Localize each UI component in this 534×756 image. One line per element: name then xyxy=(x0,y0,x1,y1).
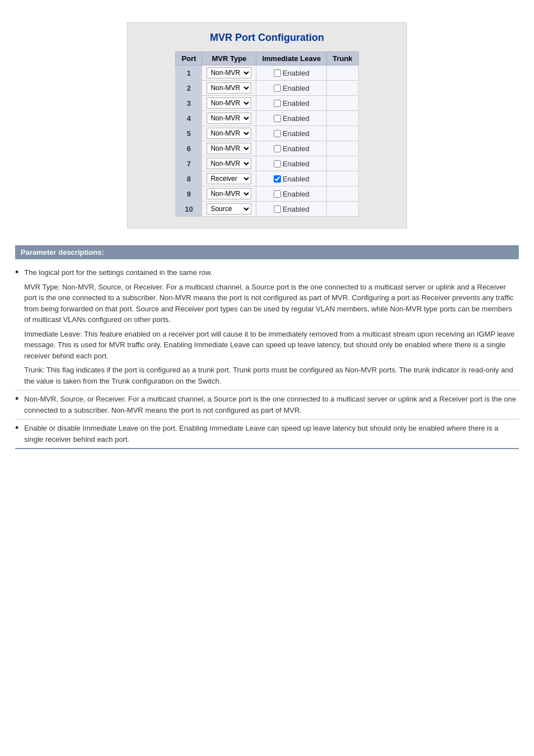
col-header-port: Port xyxy=(176,52,202,66)
trunk-cell xyxy=(327,141,358,156)
desc-item: •Enable or disable Immediate Leave on th… xyxy=(15,419,519,449)
table-row: 8Non-MVRSourceReceiverEnabled xyxy=(176,171,358,186)
bullet-icon: • xyxy=(15,267,18,277)
bullet-icon: • xyxy=(15,423,18,433)
mvr-type-cell: Non-MVRSourceReceiver xyxy=(202,81,256,96)
immediate-leave-checkbox[interactable] xyxy=(274,130,281,137)
port-number: 9 xyxy=(176,186,202,202)
trunk-cell xyxy=(327,156,358,171)
trunk-cell xyxy=(327,81,358,96)
immediate-leave-cell: Enabled xyxy=(256,202,327,217)
mvr-type-cell: Non-MVRSourceReceiver xyxy=(202,156,256,171)
immediate-leave-checkbox[interactable] xyxy=(274,160,281,167)
port-number: 8 xyxy=(176,171,202,186)
enabled-label: Enabled xyxy=(283,144,310,153)
trunk-cell xyxy=(327,66,358,81)
mvr-type-cell: Non-MVRSourceReceiver xyxy=(202,96,256,111)
immediate-leave-checkbox[interactable] xyxy=(274,115,281,122)
mvr-type-select[interactable]: Non-MVRSourceReceiver xyxy=(207,203,251,214)
enabled-label: Enabled xyxy=(283,99,310,108)
mvr-type-cell: Non-MVRSourceReceiver xyxy=(202,171,256,186)
desc-paragraph: Trunk: This flag indicates if the port i… xyxy=(24,365,519,386)
immediate-leave-cell: Enabled xyxy=(256,96,327,111)
enabled-label: Enabled xyxy=(283,205,310,213)
page-title: MVR Port Configuration xyxy=(139,32,395,44)
port-number: 7 xyxy=(176,156,202,171)
immediate-leave-checkbox[interactable] xyxy=(274,100,281,107)
table-row: 2Non-MVRSourceReceiverEnabled xyxy=(176,81,358,96)
port-number: 4 xyxy=(176,111,202,126)
immediate-leave-cell: Enabled xyxy=(256,186,327,202)
enabled-label: Enabled xyxy=(283,69,310,77)
mvr-type-cell: Non-MVRSourceReceiver xyxy=(202,111,256,126)
port-number: 3 xyxy=(176,96,202,111)
desc-item: •The logical port for the settings conta… xyxy=(15,264,519,390)
enabled-label: Enabled xyxy=(283,160,310,168)
col-header-immediate-leave: Immediate Leave xyxy=(256,52,327,66)
enabled-label: Enabled xyxy=(283,129,310,138)
table-row: 7Non-MVRSourceReceiverEnabled xyxy=(176,156,358,171)
immediate-leave-checkbox[interactable] xyxy=(274,206,281,213)
table-row: 3Non-MVRSourceReceiverEnabled xyxy=(176,96,358,111)
mvr-type-select[interactable]: Non-MVRSourceReceiver xyxy=(207,67,251,78)
table-row: 10Non-MVRSourceReceiverEnabled xyxy=(176,202,358,217)
table-row: 9Non-MVRSourceReceiverEnabled xyxy=(176,186,358,202)
mvr-type-select[interactable]: Non-MVRSourceReceiver xyxy=(207,113,251,124)
immediate-leave-cell: Enabled xyxy=(256,156,327,171)
mvr-type-select[interactable]: Non-MVRSourceReceiver xyxy=(207,188,251,199)
desc-paragraph: MVR Type: Non-MVR, Source, or Receiver. … xyxy=(24,282,519,325)
bullet-icon: • xyxy=(15,394,18,404)
immediate-leave-checkbox[interactable] xyxy=(274,145,281,152)
mvr-type-select[interactable]: Non-MVRSourceReceiver xyxy=(207,143,251,154)
trunk-cell xyxy=(327,126,358,141)
port-number: 6 xyxy=(176,141,202,156)
col-header-trunk: Trunk xyxy=(327,52,358,66)
table-row: 1Non-MVRSourceReceiverEnabled xyxy=(176,66,358,81)
trunk-cell xyxy=(327,96,358,111)
trunk-cell xyxy=(327,202,358,217)
immediate-leave-checkbox[interactable] xyxy=(274,175,281,183)
mvr-type-cell: Non-MVRSourceReceiver xyxy=(202,126,256,141)
immediate-leave-checkbox[interactable] xyxy=(274,69,281,77)
port-number: 1 xyxy=(176,66,202,81)
mvr-port-table: Port MVR Type Immediate Leave Trunk 1Non… xyxy=(175,52,358,217)
mvr-type-select[interactable]: Non-MVRSourceReceiver xyxy=(207,82,251,94)
mvr-config-section: MVR Port Configuration Port MVR Type Imm… xyxy=(127,22,407,228)
trunk-cell xyxy=(327,171,358,186)
mvr-type-cell: Non-MVRSourceReceiver xyxy=(202,66,256,81)
enabled-label: Enabled xyxy=(283,84,310,92)
desc-text: Enable or disable Immediate Leave on the… xyxy=(24,423,519,445)
mvr-type-select[interactable]: Non-MVRSourceReceiver xyxy=(207,128,251,139)
port-number: 2 xyxy=(176,81,202,96)
mvr-type-select[interactable]: Non-MVRSourceReceiver xyxy=(207,97,251,109)
enabled-label: Enabled xyxy=(283,114,310,123)
mvr-type-cell: Non-MVRSourceReceiver xyxy=(202,186,256,202)
trunk-cell xyxy=(327,111,358,126)
desc-text: Non-MVR, Source, or Receiver. For a mult… xyxy=(24,394,519,416)
trunk-cell xyxy=(327,186,358,202)
immediate-leave-cell: Enabled xyxy=(256,126,327,141)
col-header-mvr-type: MVR Type xyxy=(202,52,256,66)
mvr-type-cell: Non-MVRSourceReceiver xyxy=(202,202,256,217)
mvr-type-select[interactable]: Non-MVRSourceReceiver xyxy=(207,158,251,169)
mvr-type-cell: Non-MVRSourceReceiver xyxy=(202,141,256,156)
immediate-leave-cell: Enabled xyxy=(256,66,327,81)
immediate-leave-cell: Enabled xyxy=(256,81,327,96)
enabled-label: Enabled xyxy=(283,190,310,198)
immediate-leave-cell: Enabled xyxy=(256,111,327,126)
desc-body: •The logical port for the settings conta… xyxy=(15,259,519,454)
table-row: 4Non-MVRSourceReceiverEnabled xyxy=(176,111,358,126)
desc-item: •Non-MVR, Source, or Receiver. For a mul… xyxy=(15,390,519,419)
port-number: 10 xyxy=(176,202,202,217)
table-row: 6Non-MVRSourceReceiverEnabled xyxy=(176,141,358,156)
immediate-leave-checkbox[interactable] xyxy=(274,190,281,198)
port-number: 5 xyxy=(176,126,202,141)
mvr-type-select[interactable]: Non-MVRSourceReceiver xyxy=(207,173,251,184)
desc-paragraph: Enable or disable Immediate Leave on the… xyxy=(24,423,519,445)
immediate-leave-checkbox[interactable] xyxy=(274,85,281,92)
desc-text: The logical port for the settings contai… xyxy=(24,267,519,386)
table-row: 5Non-MVRSourceReceiverEnabled xyxy=(176,126,358,141)
enabled-label: Enabled xyxy=(283,175,310,183)
desc-paragraph: Immediate Leave: This feature enabled on… xyxy=(24,329,519,362)
description-section: Parameter descriptions: •The logical por… xyxy=(15,245,519,454)
